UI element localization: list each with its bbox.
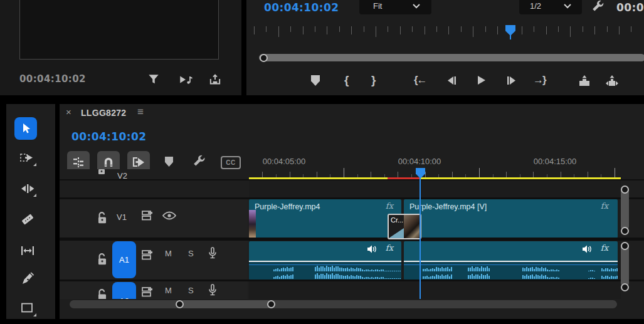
left-edge bbox=[0, 104, 6, 319]
volume-rubber-band[interactable] bbox=[404, 261, 618, 262]
lock-icon bbox=[96, 169, 107, 175]
play-audio-icon[interactable] bbox=[178, 73, 193, 86]
lock-icon[interactable] bbox=[96, 211, 108, 224]
play-icon[interactable] bbox=[475, 75, 487, 86]
step-forward-icon[interactable] bbox=[505, 75, 518, 86]
clip-name: Purple-Jeffrey.mp4 [V] bbox=[409, 202, 487, 211]
lock-icon[interactable] bbox=[96, 288, 108, 299]
track-select-forward-tool[interactable] bbox=[19, 152, 36, 164]
fx-badge: fx bbox=[601, 201, 608, 211]
panel-divider[interactable] bbox=[241, 0, 246, 95]
speaker-icon bbox=[581, 244, 593, 254]
premiere-workspace: 00:04:10:02 00:04:10:02 Fit 1/2 00:0 bbox=[0, 0, 644, 324]
captions-label: CC bbox=[226, 159, 235, 166]
timeline-h-thumb[interactable] bbox=[180, 300, 272, 308]
playback-resolution-dropdown[interactable]: 1/2 bbox=[519, 0, 582, 14]
transition-cross-dissolve[interactable]: Cr... bbox=[388, 214, 421, 239]
mark-out-icon[interactable]: } bbox=[371, 73, 376, 87]
audio-scroll-handle-top[interactable] bbox=[621, 242, 629, 250]
zoom-handle-left[interactable] bbox=[176, 300, 184, 308]
track-header-v2[interactable]: V2 bbox=[60, 169, 248, 180]
track-header-a1[interactable]: A1 M S bbox=[60, 241, 248, 280]
speaker-icon bbox=[366, 244, 377, 254]
track-header-a2[interactable]: A2 M S bbox=[60, 281, 248, 299]
settings-wrench-icon[interactable] bbox=[591, 0, 605, 14]
source-patch-a1[interactable]: A1 bbox=[112, 241, 136, 278]
timeline-panel: × LLGG8272 ≡ 00:04:10:02 CC 00:04:05:00 … bbox=[60, 104, 644, 319]
clip-name: Purple-Jeffrey.mp4 bbox=[255, 202, 320, 211]
audio-clip[interactable]: fx bbox=[404, 241, 618, 280]
mark-in-icon[interactable]: { bbox=[344, 73, 349, 87]
video-clip[interactable]: Purple-Jeffrey.mp4 [V] fx bbox=[404, 199, 618, 238]
selection-tool[interactable] bbox=[14, 117, 37, 140]
solo-button[interactable]: S bbox=[188, 249, 194, 258]
rectangle-tool[interactable] bbox=[21, 302, 34, 315]
zoom-level-dropdown[interactable]: Fit bbox=[359, 0, 431, 14]
video-scroll-handle-top[interactable] bbox=[621, 186, 629, 194]
mute-button[interactable]: M bbox=[165, 286, 172, 295]
step-back-icon[interactable] bbox=[445, 75, 458, 86]
panel-divider[interactable] bbox=[0, 95, 644, 104]
program-playhead-line bbox=[510, 35, 511, 39]
voiceover-mic-icon[interactable] bbox=[206, 246, 219, 260]
duration-timecode: 00:0 bbox=[616, 1, 644, 14]
program-scrub-ruler[interactable] bbox=[253, 26, 644, 39]
timeline-timecode[interactable]: 00:04:10:02 bbox=[71, 130, 146, 143]
filter-icon[interactable] bbox=[147, 73, 161, 86]
track-output-eye-icon[interactable] bbox=[162, 210, 177, 221]
export-frame-icon[interactable] bbox=[208, 73, 222, 86]
lock-icon[interactable] bbox=[96, 252, 108, 266]
sync-lock-icon[interactable] bbox=[140, 286, 154, 298]
go-to-in-icon[interactable]: {← bbox=[414, 74, 426, 86]
panel-divider[interactable] bbox=[55, 104, 60, 319]
solo-button[interactable]: S bbox=[188, 286, 194, 295]
panel-menu-icon[interactable]: ≡ bbox=[137, 106, 144, 118]
sync-lock-icon[interactable] bbox=[140, 209, 154, 222]
lane-divider bbox=[404, 264, 618, 265]
marker-icon[interactable] bbox=[165, 157, 173, 167]
razor-tool[interactable] bbox=[20, 212, 35, 227]
audio-clip[interactable]: fx bbox=[249, 241, 401, 280]
extract-icon[interactable] bbox=[604, 74, 620, 88]
captions-button[interactable]: CC bbox=[221, 156, 241, 169]
timeline-settings-wrench-icon[interactable] bbox=[193, 155, 206, 169]
program-zoom-scrollbar[interactable] bbox=[259, 54, 644, 61]
mute-button[interactable]: M bbox=[165, 249, 172, 258]
video-clip[interactable]: Purple-Jeffrey.mp4 fx bbox=[249, 199, 401, 238]
program-zoom-handle[interactable] bbox=[260, 54, 268, 62]
audio-scroll-handle-bottom[interactable] bbox=[621, 283, 629, 291]
volume-rubber-band[interactable] bbox=[249, 261, 401, 262]
playback-resolution-value: 1/2 bbox=[530, 1, 541, 11]
video-preview bbox=[19, 0, 219, 60]
zoom-level-value: Fit bbox=[373, 1, 382, 11]
source-timecode[interactable]: 00:04:10:02 bbox=[19, 73, 86, 85]
track-header-v1[interactable]: V1 bbox=[60, 199, 248, 238]
track-label-v2: V2 bbox=[117, 171, 127, 180]
pen-tool[interactable] bbox=[21, 272, 34, 286]
lift-icon[interactable] bbox=[578, 74, 591, 88]
timeline-h-scrollbar[interactable] bbox=[70, 300, 617, 308]
slip-tool[interactable] bbox=[20, 244, 35, 257]
tools-panel bbox=[6, 104, 55, 319]
patch-label-a2: A2 bbox=[119, 296, 129, 299]
sync-lock-icon[interactable] bbox=[140, 249, 154, 261]
program-timecode[interactable]: 00:04:10:02 bbox=[264, 1, 339, 14]
source-patch-a2[interactable]: A2 bbox=[112, 282, 136, 299]
selection-arrow-icon bbox=[19, 122, 32, 135]
video-scroll-handle-bottom[interactable] bbox=[621, 227, 629, 235]
zoom-handle-right[interactable] bbox=[267, 300, 275, 308]
ripple-edit-tool[interactable] bbox=[19, 182, 36, 195]
fx-badge: fx bbox=[386, 201, 393, 211]
lane-divider bbox=[249, 264, 401, 265]
timeline-ruler[interactable] bbox=[249, 168, 621, 178]
voiceover-mic-icon[interactable] bbox=[206, 283, 219, 297]
add-marker-icon[interactable] bbox=[311, 75, 320, 86]
tab-close-icon[interactable]: × bbox=[66, 107, 71, 117]
program-monitor-panel: 00:04:10:02 Fit 1/2 00:0 { } {← bbox=[246, 0, 644, 95]
fx-badge: fx bbox=[601, 243, 608, 253]
track-label-v1: V1 bbox=[117, 212, 127, 222]
go-to-out-icon[interactable]: →} bbox=[533, 74, 546, 86]
timeline-playhead-line[interactable] bbox=[420, 173, 421, 299]
ruler-label: 00:04:05:00 bbox=[259, 157, 309, 166]
sequence-tab[interactable]: LLGG8272 bbox=[81, 108, 126, 118]
